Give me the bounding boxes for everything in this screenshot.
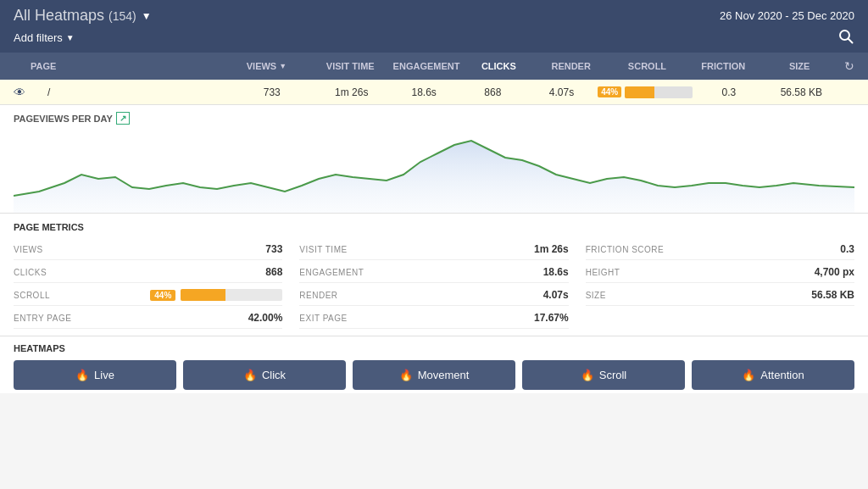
col-render-header: RENDER xyxy=(533,61,609,71)
metrics-title: PAGE METRICS xyxy=(14,222,854,232)
sort-arrow-icon: ▼ xyxy=(279,62,287,70)
heatmap-movement-button[interactable]: 🔥 Movement xyxy=(353,360,515,390)
col-engagement-header: ENGAGEMENT xyxy=(388,61,465,71)
table-row: 👁 / 733 1m 26s 18.6s 868 4.07s 44% 0.3 5… xyxy=(0,80,868,105)
metrics-center: VISIT TIME 1m 26s ENGAGEMENT 18.6s RENDE… xyxy=(299,239,568,329)
heatmap-attention-button[interactable]: 🔥 Attention xyxy=(692,360,854,390)
metrics-grid: VIEWS 733 CLICKS 868 SCROLL 44% ENTRY PA… xyxy=(14,239,854,329)
row-scroll: 44% xyxy=(598,86,693,98)
chevron-down-icon[interactable]: ▼ xyxy=(142,10,152,22)
row-clicks: 868 xyxy=(460,86,526,98)
metric-height: HEIGHT 4,700 px xyxy=(586,262,854,283)
row-friction: 0.3 xyxy=(693,86,765,98)
metric-entry-page: ENTRY PAGE 42.00% xyxy=(14,308,282,329)
metric-scroll-value: 44% xyxy=(150,290,175,301)
heatmaps-section: HEATMAPS 🔥 Live 🔥 Click 🔥 Movement 🔥 Scr… xyxy=(0,336,868,393)
metric-clicks: CLICKS 868 xyxy=(14,262,282,283)
heatmap-scroll-button[interactable]: 🔥 Scroll xyxy=(522,360,685,390)
metric-engagement: ENGAGEMENT 18.6s xyxy=(299,262,568,283)
metric-render: RENDER 4.07s xyxy=(299,285,568,306)
date-range: 26 Nov 2020 - 25 Dec 2020 xyxy=(720,9,854,22)
scroll-pct-label: 44% xyxy=(598,86,621,97)
row-engagement: 18.6s xyxy=(387,86,459,98)
col-scroll-header: SCROLL xyxy=(609,61,686,71)
table-header: PAGE VIEWS ▼ VISIT TIME ENGAGEMENT CLICK… xyxy=(0,53,868,80)
flame-icon: 🔥 xyxy=(75,369,89,381)
col-size-header: SIZE xyxy=(761,61,837,71)
row-views: 733 xyxy=(229,86,316,98)
header: All Heatmaps (154) ▼ 26 Nov 2020 - 25 De… xyxy=(0,0,868,53)
metric-views: VIEWS 733 xyxy=(14,239,282,260)
chart-area xyxy=(14,128,854,213)
chart-export-button[interactable]: ↗ xyxy=(116,112,130,125)
flame-icon: 🔥 xyxy=(243,369,257,381)
metrics-left: VIEWS 733 CLICKS 868 SCROLL 44% ENTRY PA… xyxy=(14,239,282,329)
metric-scroll: SCROLL 44% xyxy=(14,285,282,306)
col-page-header: PAGE xyxy=(31,61,221,71)
flame-icon: 🔥 xyxy=(581,369,594,381)
metrics-right: FRICTION SCORE 0.3 HEIGHT 4,700 px SIZE … xyxy=(586,239,854,329)
row-size: 56.58 KB xyxy=(765,86,837,98)
flame-icon: 🔥 xyxy=(742,369,755,381)
metric-visit-time: VISIT TIME 1m 26s xyxy=(299,239,568,260)
metric-friction: FRICTION SCORE 0.3 xyxy=(586,239,854,260)
add-filters-button[interactable]: Add filters ▼ xyxy=(14,31,75,44)
metrics-section: PAGE METRICS VIEWS 733 CLICKS 868 SCROLL… xyxy=(0,214,868,336)
refresh-icon[interactable]: ↻ xyxy=(844,59,854,73)
heatmap-buttons: 🔥 Live 🔥 Click 🔥 Movement 🔥 Scroll 🔥 Att… xyxy=(14,360,854,390)
chart-section: PAGEVIEWS PER DAY ↗ xyxy=(0,105,868,214)
col-views-header[interactable]: VIEWS ▼ xyxy=(221,61,313,71)
heatmaps-count: (154) xyxy=(108,9,136,23)
col-clicks-header: CLICKS xyxy=(465,61,533,71)
heatmap-live-button[interactable]: 🔥 Live xyxy=(14,360,176,390)
col-visittime-header: VISIT TIME xyxy=(312,61,388,71)
col-friction-header: FRICTION xyxy=(685,61,761,71)
heatmaps-section-title: HEATMAPS xyxy=(14,343,854,353)
metric-size: SIZE 56.58 KB xyxy=(586,285,854,306)
page-title: All Heatmaps (154) xyxy=(14,7,136,25)
search-icon[interactable] xyxy=(837,28,854,47)
metric-scroll-bar xyxy=(181,289,282,301)
row-visittime: 1m 26s xyxy=(315,86,387,98)
chart-title-label: PAGEVIEWS PER DAY xyxy=(14,114,113,124)
flame-icon: 🔥 xyxy=(399,369,413,381)
chevron-down-icon: ▼ xyxy=(66,33,75,42)
row-page[interactable]: / xyxy=(31,86,229,98)
add-filters-label: Add filters xyxy=(14,31,63,44)
heatmap-click-button[interactable]: 🔥 Click xyxy=(183,360,346,390)
heatmaps-title-text: All Heatmaps xyxy=(14,7,104,24)
row-render: 4.07s xyxy=(526,86,598,98)
metric-exit-page: EXIT PAGE 17.67% xyxy=(299,308,568,329)
svg-line-1 xyxy=(849,39,853,43)
eye-icon[interactable]: 👁 xyxy=(14,86,25,99)
